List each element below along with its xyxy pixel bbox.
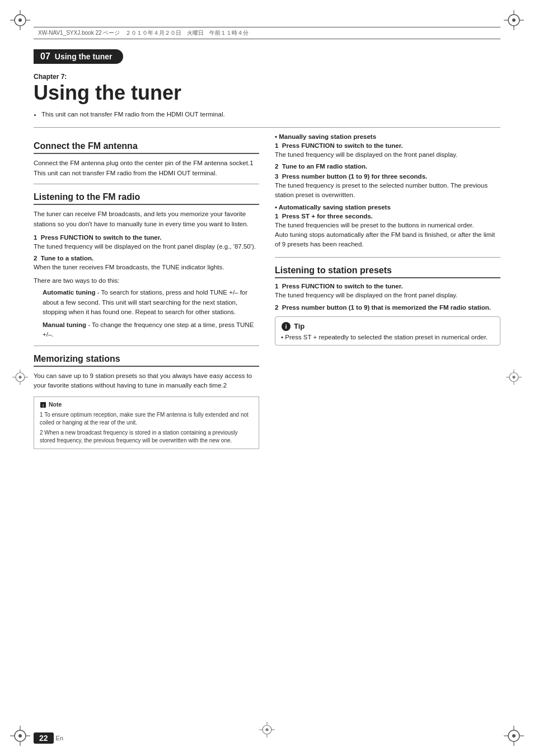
svg-point-23 [512, 734, 516, 738]
presets-step-2: 2 Press number button (1 to 9) that is m… [275, 304, 500, 311]
manually-step-3-body: The tuned frequency is preset to the sel… [275, 181, 500, 200]
svg-text:!: ! [43, 403, 44, 408]
intro-bullet: This unit can not transfer FM radio from… [41, 110, 500, 119]
chapter-heading-block: Chapter 7: Using the tuner This unit can… [34, 73, 500, 128]
right-column: • Manually saving station presets 1 Pres… [275, 133, 500, 449]
two-column-layout: Connect the FM antenna Connect the FM an… [34, 133, 500, 449]
presets-step-1-body: The tuned frequency will be displayed on… [275, 291, 500, 300]
manually-step-2: 2 Tune to an FM radio station. [275, 163, 500, 170]
tip-icon: i [281, 321, 291, 332]
svg-point-45 [19, 376, 22, 379]
left-column: Connect the FM antenna Connect the FM an… [34, 133, 259, 449]
svg-point-11 [512, 18, 516, 22]
auto-saving-bullet: • Automatically saving station presets [275, 204, 500, 211]
presets-step-2-heading: 2 Press number button (1 to 9) that is m… [275, 304, 500, 311]
tip-label: Tip [294, 322, 305, 330]
header-bar: XW-NAV1_SYXJ.book 22 ページ ２０１０年４月２０日 火曜日 … [34, 27, 500, 39]
step-2-listen-body: When the tuner receives FM broadcasts, t… [34, 263, 259, 272]
step-1-listen-heading: 1 Press FUNCTION to switch to the tuner. [34, 234, 259, 241]
manually-saving-bullet: • Manually saving station presets [275, 133, 500, 140]
chapter-number: 07 [40, 52, 50, 62]
section-connect-fm-body: Connect the FM antenna plug onto the cen… [34, 158, 259, 179]
manually-step-1-heading: 1 Press FUNCTION to switch to the tuner. [275, 142, 500, 149]
section-listening-fm-heading: Listening to the FM radio [34, 192, 259, 205]
divider-after-intro [34, 127, 500, 128]
step-2-listen: 2 Tune to a station. When the tuner rece… [34, 255, 259, 272]
presets-step-1: 1 Press FUNCTION to switch to the tuner.… [275, 283, 500, 300]
corner-decoration-tr [504, 10, 524, 30]
tip-bullet: • Press ST + repeatedly to selected the … [281, 334, 494, 340]
tuning-options: Automatic tuning - To search for station… [34, 288, 259, 339]
main-content: Chapter 7: Using the tuner This unit can… [34, 73, 500, 722]
manually-step-2-heading: 2 Tune to an FM radio station. [275, 163, 500, 170]
presets-step-1-heading: 1 Press FUNCTION to switch to the tuner. [275, 283, 500, 290]
note-title: ! Note [40, 400, 253, 409]
step-1-listen-body: The tuned frequency will be displayed on… [34, 242, 259, 251]
manually-step-1-body: The tuned frequency will be displayed on… [275, 150, 500, 160]
tip-box: i Tip • Press ST + repeatedly to selecte… [275, 316, 500, 346]
manual-tuning-option: Manual tuning - To change the frequency … [43, 320, 259, 340]
section-listening-fm-body: The tuner can receive FM broadcasts, and… [34, 209, 259, 230]
manually-step-3-heading: 3 Press number button (1 to 9) for three… [275, 173, 500, 180]
there-are-two-ways: There are two ways to do this: [34, 276, 259, 286]
note-label: Note [49, 400, 62, 409]
corner-decoration-bl [10, 726, 30, 746]
note-line-1: 1 To ensure optimum reception, make sure… [40, 411, 253, 427]
manual-tuning-label: Manual tuning [43, 321, 86, 328]
chapter-title: Using the tuner [34, 82, 500, 104]
note-line-2: 2 When a new broadcast frequency is stor… [40, 429, 253, 445]
step-2-listen-heading: 2 Tune to a station. [34, 255, 259, 262]
divider-after-connect [34, 184, 259, 184]
note-icon: ! [40, 402, 46, 408]
svg-point-39 [513, 376, 516, 379]
divider-after-listening [34, 346, 259, 346]
section-connect-fm-heading: Connect the FM antenna [34, 141, 259, 154]
section-memorizing-heading: Memorizing stations [34, 354, 259, 367]
bottom-center-crosshair [259, 722, 275, 739]
chapter-pill: 07 Using the tuner [34, 49, 123, 64]
header-text: XW-NAV1_SYXJ.book 22 ページ ２０１０年４月２０日 火曜日 … [38, 29, 249, 37]
section-listening-presets-heading: Listening to station presets [275, 265, 500, 278]
note-box: ! Note 1 To ensure optimum reception, ma… [34, 396, 259, 449]
right-middle-crosshair [506, 370, 522, 387]
auto-tuning-option: Automatic tuning - To search for station… [43, 288, 259, 317]
page-lang: En [56, 735, 63, 741]
auto-step-1-heading: 1 Press ST + for three seconds. [275, 213, 500, 220]
auto-step-1: 1 Press ST + for three seconds. The tune… [275, 213, 500, 250]
intro-text: This unit can not transfer FM radio from… [34, 110, 500, 119]
svg-point-33 [266, 729, 269, 731]
corner-decoration-tl [10, 10, 30, 30]
svg-point-5 [18, 18, 22, 22]
divider-before-presets [275, 257, 500, 258]
auto-tuning-label: Automatic tuning [43, 289, 96, 296]
footer: 22 En [34, 732, 63, 744]
tip-title: i Tip [281, 321, 494, 332]
auto-step-1-body: The tuned frequencies will be preset to … [275, 221, 500, 250]
chapter-pill-title: Using the tuner [55, 52, 113, 61]
left-middle-crosshair [12, 370, 28, 387]
chapter-label: Chapter 7: [34, 73, 500, 81]
step-1-listen: 1 Press FUNCTION to switch to the tuner.… [34, 234, 259, 251]
page-number: 22 [34, 732, 54, 744]
manually-step-1: 1 Press FUNCTION to switch to the tuner.… [275, 142, 500, 160]
section-memorizing-body: You can save up to 9 station presets so … [34, 371, 259, 391]
corner-decoration-br [504, 726, 524, 746]
svg-text:i: i [285, 323, 287, 330]
svg-point-17 [18, 734, 22, 738]
manually-step-3: 3 Press number button (1 to 9) for three… [275, 173, 500, 200]
